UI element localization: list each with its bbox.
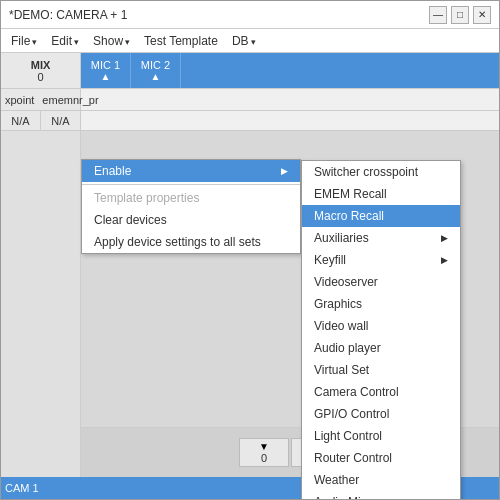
- xpoint-row: xpoint ememnr_pr: [1, 89, 499, 111]
- sub-item-gpio-control[interactable]: GPI/O Control: [302, 403, 460, 425]
- mix-label: MIX: [31, 59, 51, 71]
- ctx-separator-1: [82, 184, 300, 185]
- mic2-up-arrow[interactable]: ▲: [151, 71, 161, 82]
- ch1-box: ▼ 0: [239, 438, 289, 467]
- na-row: N/A N/A: [1, 111, 499, 131]
- sub-item-weather[interactable]: Weather: [302, 469, 460, 491]
- main-window: *DEMO: CAMERA + 1 — □ ✕ File▾ Edit▾ Show…: [0, 0, 500, 500]
- menu-show[interactable]: Show▾: [87, 32, 136, 50]
- title-bar: *DEMO: CAMERA + 1 — □ ✕: [1, 1, 499, 29]
- xpoint-label: xpoint: [1, 94, 38, 106]
- main-body: ▼ 0 ▼ 0 Enable ▶: [1, 131, 499, 477]
- mic2-label: MIC 2: [141, 59, 170, 71]
- sub-item-videoserver[interactable]: Videoserver: [302, 271, 460, 293]
- ch1-down-arrow[interactable]: ▼: [259, 441, 269, 452]
- ch1-value: 0: [261, 452, 267, 464]
- ctx-item-enable[interactable]: Enable ▶: [82, 160, 300, 182]
- mix-label-area: MIX 0: [1, 53, 81, 88]
- keyfill-arrow: ▶: [441, 255, 448, 265]
- sub-item-light-control[interactable]: Light Control: [302, 425, 460, 447]
- mic1-channel: MIC 1 ▲: [81, 53, 131, 88]
- maximize-button[interactable]: □: [451, 6, 469, 24]
- left-panel: [1, 131, 81, 477]
- sub-item-video-wall[interactable]: Video wall: [302, 315, 460, 337]
- na-cell-2: N/A: [41, 111, 81, 130]
- sub-item-camera-control[interactable]: Camera Control: [302, 381, 460, 403]
- sub-item-auxiliaries[interactable]: Auxiliaries ▶: [302, 227, 460, 249]
- mic1-label: MIC 1: [91, 59, 120, 71]
- ctx-enable-arrow: ▶: [281, 166, 288, 176]
- mic1-up-arrow[interactable]: ▲: [101, 71, 111, 82]
- ctx-item-apply-settings[interactable]: Apply device settings to all sets: [82, 231, 300, 253]
- ctx-item-template-properties: Template properties: [82, 187, 300, 209]
- title-controls: — □ ✕: [429, 6, 491, 24]
- sub-item-emem-recall[interactable]: EMEM Recall: [302, 183, 460, 205]
- sub-item-audio-mixer[interactable]: Audio Mixer: [302, 491, 460, 499]
- menu-db[interactable]: DB▾: [226, 32, 262, 50]
- menu-test-template[interactable]: Test Template: [138, 32, 224, 50]
- xpoint-label-area: xpoint ememnr_pr: [1, 89, 81, 110]
- aux-arrow: ▶: [441, 233, 448, 243]
- sub-item-switcher-crosspoint[interactable]: Switcher crosspoint: [302, 161, 460, 183]
- sub-item-macro-recall[interactable]: Macro Recall: [302, 205, 460, 227]
- ctx-item-clear-devices[interactable]: Clear devices: [82, 209, 300, 231]
- sub-item-graphics[interactable]: Graphics: [302, 293, 460, 315]
- mic2-channel: MIC 2 ▲: [131, 53, 181, 88]
- sub-item-virtual-set[interactable]: Virtual Set: [302, 359, 460, 381]
- window-title: *DEMO: CAMERA + 1: [9, 8, 127, 22]
- na-cell-1: N/A: [1, 111, 41, 130]
- context-menu: Enable ▶ Template properties Clear devic…: [81, 159, 301, 254]
- cam-label: CAM 1: [5, 482, 39, 494]
- xpoint-value: ememnr_pr: [38, 94, 102, 106]
- close-button[interactable]: ✕: [473, 6, 491, 24]
- sub-item-audio-player[interactable]: Audio player: [302, 337, 460, 359]
- menu-file[interactable]: File▾: [5, 32, 43, 50]
- menubar: File▾ Edit▾ Show▾ Test Template DB▾: [1, 29, 499, 53]
- sub-item-keyfill[interactable]: Keyfill ▶: [302, 249, 460, 271]
- mixer-header: MIX 0 MIC 1 ▲ MIC 2 ▲: [1, 53, 499, 89]
- sub-item-router-control[interactable]: Router Control: [302, 447, 460, 469]
- mix-value: 0: [37, 71, 43, 83]
- menu-edit[interactable]: Edit▾: [45, 32, 85, 50]
- minimize-button[interactable]: —: [429, 6, 447, 24]
- mic-channels: MIC 1 ▲ MIC 2 ▲: [81, 53, 499, 88]
- submenu: Switcher crosspoint EMEM Recall Macro Re…: [301, 160, 461, 499]
- main-content: MIX 0 MIC 1 ▲ MIC 2 ▲ xpoint ememnr_pr: [1, 53, 499, 499]
